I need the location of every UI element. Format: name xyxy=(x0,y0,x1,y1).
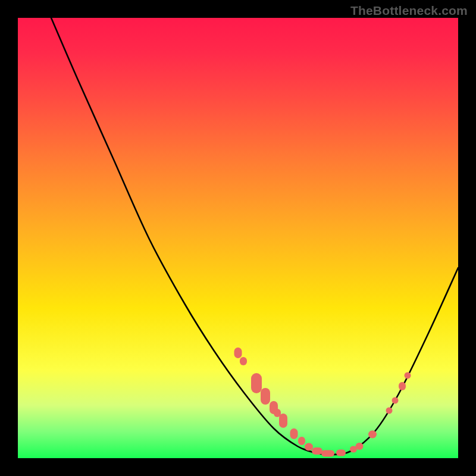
curve-marker xyxy=(321,450,334,457)
curve-marker xyxy=(386,408,393,414)
curve-marker xyxy=(399,382,406,390)
plot-area xyxy=(18,18,458,458)
curve-marker xyxy=(251,373,262,393)
bottleneck-curve xyxy=(18,18,458,458)
curve-marker xyxy=(261,388,270,405)
curve-marker xyxy=(290,428,298,439)
curve-marker xyxy=(368,431,377,439)
curve-marker xyxy=(356,443,364,450)
chart-canvas: TheBottleneck.com xyxy=(0,0,476,476)
curve-marker xyxy=(392,397,399,404)
curve-marker xyxy=(336,450,346,456)
curve-marker xyxy=(405,372,411,379)
curve-marker xyxy=(240,357,247,365)
curve-marker xyxy=(298,437,305,445)
curve-marker xyxy=(234,347,242,358)
watermark-text: TheBottleneck.com xyxy=(350,4,468,18)
curve-marker xyxy=(279,414,287,428)
